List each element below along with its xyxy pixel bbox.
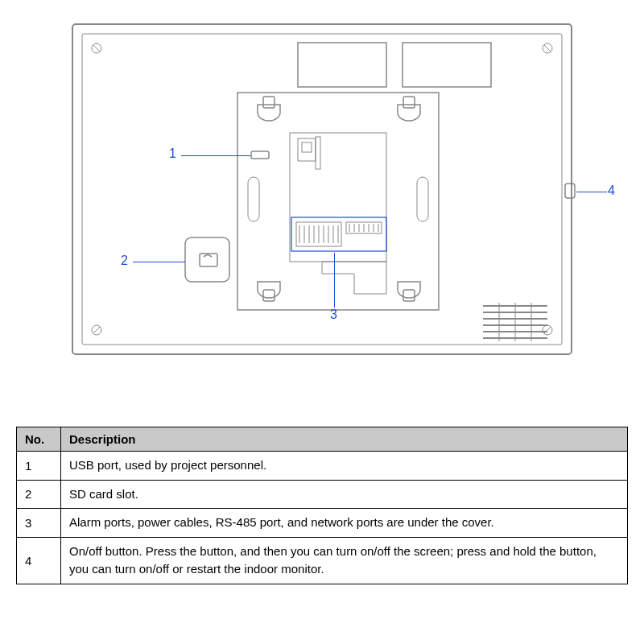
rear-panel-diagram: 1 2 3 4	[24, 16, 620, 402]
row-desc: USB port, used by project personnel.	[61, 452, 628, 481]
svg-rect-10	[298, 43, 386, 87]
svg-rect-16	[403, 290, 415, 301]
device-rear-svg	[64, 16, 580, 362]
svg-line-7	[544, 45, 551, 52]
table-row: 3 Alarm ports, power cables, RS-485 port…	[17, 509, 628, 538]
row-no: 4	[17, 537, 61, 584]
header-no: No.	[17, 427, 61, 452]
svg-rect-14	[403, 97, 415, 108]
svg-rect-22	[316, 137, 320, 169]
table-row: 4 On/off button. Press the button, and t…	[17, 537, 628, 584]
row-desc: Alarm ports, power cables, RS-485 port, …	[61, 509, 628, 538]
svg-rect-12	[237, 93, 439, 310]
row-no: 3	[17, 509, 61, 538]
table-row: 2 SD card slot.	[17, 480, 628, 509]
callout-4-line	[576, 192, 607, 192]
svg-rect-1	[82, 34, 562, 345]
callout-1-line	[181, 155, 250, 156]
svg-rect-17	[248, 177, 259, 221]
row-no: 1	[17, 452, 61, 481]
svg-rect-13	[263, 97, 275, 108]
callout-1-label: 1	[169, 147, 176, 161]
description-table: No. Description 1 USB port, used by proj…	[16, 427, 628, 584]
header-description: Description	[61, 427, 628, 452]
svg-rect-15	[263, 290, 275, 301]
svg-rect-24	[185, 237, 229, 282]
svg-line-8	[93, 327, 100, 333]
callout-3-line	[334, 253, 335, 308]
callout-4-label: 4	[608, 184, 615, 198]
svg-rect-18	[417, 177, 428, 221]
row-desc: On/off button. Press the button, and the…	[61, 537, 628, 584]
row-no: 2	[17, 480, 61, 509]
table-row: 1 USB port, used by project personnel.	[17, 452, 628, 481]
table-header-row: No. Description	[17, 427, 628, 452]
svg-rect-45	[565, 184, 575, 198]
svg-rect-21	[302, 142, 312, 152]
svg-rect-23	[251, 151, 269, 159]
svg-line-6	[93, 45, 100, 52]
svg-rect-11	[402, 43, 491, 87]
callout-2-line	[133, 262, 185, 262]
callout-3-label: 3	[330, 308, 337, 322]
callout-2-label: 2	[121, 254, 128, 268]
svg-rect-0	[72, 24, 572, 354]
row-desc: SD card slot.	[61, 480, 628, 509]
svg-rect-20	[298, 138, 316, 161]
